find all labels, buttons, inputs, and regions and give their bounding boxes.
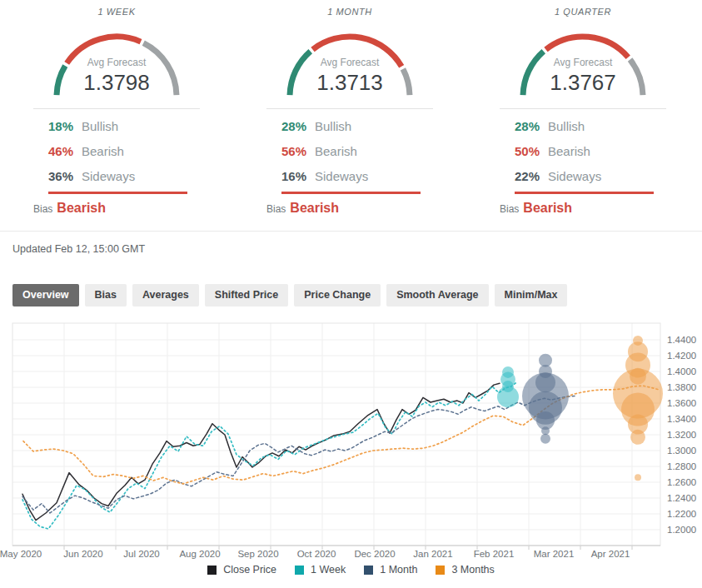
bias-row: BiasBearish [266,201,433,216]
divider [33,108,200,109]
bias-value: Bearish [290,201,339,215]
bearish-pct: 56% [281,139,315,164]
legend-label: 1 Week [311,564,346,576]
one-month-swatch [364,566,373,575]
bias-value: Bearish [57,201,106,215]
bias-row: BiasBearish [33,201,200,216]
svg-text:Jun 2020: Jun 2020 [63,549,102,559]
tab-price-change[interactable]: Price Change [294,284,381,306]
divider [266,108,433,109]
gauge-1-week: Avg Forecast 1.3798 [33,25,200,98]
bullish-label: Bullish [315,119,351,133]
avg-forecast-label: Avg Forecast [500,57,666,68]
svg-text:Aug 2020: Aug 2020 [179,549,220,559]
sideways-pct: 36% [48,164,82,189]
tab-minim-max[interactable]: Minim/Max [495,284,568,306]
sideways-label: Sideways [548,169,601,183]
legend-label: 1 Month [380,564,417,576]
bullish-pct: 18% [48,114,82,139]
avg-forecast-label: Avg Forecast [33,57,200,68]
svg-text:Jan 2021: Jan 2021 [413,549,452,559]
svg-text:1.3400: 1.3400 [667,414,696,424]
legend-3-months[interactable]: 3 Months [436,564,494,576]
sideways-pct: 22% [515,164,548,189]
bias-underline [48,192,187,194]
chart-legend: Close Price 1 Week 1 Month 3 Months [0,564,702,576]
three-months-swatch [436,566,445,575]
svg-text:1.2000: 1.2000 [667,525,696,535]
sentiment-rows: 18%Bullish 46%Bearish 36%Sideways [48,114,200,189]
svg-text:Oct 2020: Oct 2020 [297,549,336,559]
tab-smooth-average[interactable]: Smooth Average [386,284,488,306]
close-price-swatch [207,566,217,575]
legend-label: Close Price [223,564,276,576]
bearish-label: Bearish [548,144,590,158]
bias-label: Bias [266,203,286,215]
bearish-pct: 50% [515,139,548,164]
bearish-label: Bearish [82,144,124,158]
tab-overview[interactable]: Overview [12,284,79,306]
forecast-panels: 1 WEEK Avg Forecast 1.3798 18%Bullish 46… [0,0,702,232]
sideways-label: Sideways [82,169,135,183]
svg-text:1.3800: 1.3800 [667,382,696,392]
avg-forecast-value: 1.3798 [33,70,200,96]
svg-text:Mar 2021: Mar 2021 [534,549,575,559]
bearish-pct: 46% [48,139,82,164]
sideways-row: 36%Sideways [48,164,200,189]
svg-text:1.2600: 1.2600 [667,477,696,487]
chart-canvas[interactable]: 1.44001.42001.40001.38001.36001.34001.32… [0,321,702,559]
panel-title: 1 WEEK [33,5,200,18]
sideways-row: 22%Sideways [515,164,666,189]
svg-text:1.3600: 1.3600 [667,398,696,408]
legend-1-month[interactable]: 1 Month [364,564,417,576]
gauge-1-month: Avg Forecast 1.3713 [266,25,433,98]
one-week-swatch [295,566,304,575]
tab-averages[interactable]: Averages [132,284,199,306]
svg-text:1.3000: 1.3000 [667,446,696,456]
avg-forecast-value: 1.3767 [500,70,666,96]
bullish-pct: 28% [281,114,315,139]
panel-title: 1 QUARTER [500,5,666,18]
svg-text:1.4200: 1.4200 [667,351,696,361]
bias-label: Bias [33,203,52,215]
bearish-row: 50%Bearish [515,139,666,164]
bullish-label: Bullish [82,119,118,133]
bullish-row: 28%Bullish [281,114,433,139]
chart-tabs: Overview Bias Averages Shifted Price Pri… [12,284,702,306]
legend-close-price[interactable]: Close Price [207,564,276,576]
svg-text:1.2200: 1.2200 [667,509,696,519]
svg-text:May 2020: May 2020 [0,549,42,559]
gauge-1-quarter: Avg Forecast 1.3767 [500,25,666,98]
tab-bias[interactable]: Bias [85,284,127,306]
sentiment-rows: 28%Bullish 50%Bearish 22%Sideways [515,114,666,189]
svg-text:1.2800: 1.2800 [667,461,696,471]
bullish-row: 18%Bullish [48,114,200,139]
svg-text:1.3200: 1.3200 [667,430,696,440]
bullish-label: Bullish [548,119,585,133]
svg-text:Apr 2021: Apr 2021 [591,549,630,559]
legend-1-week[interactable]: 1 Week [295,564,346,576]
updated-timestamp: Updated Feb 12, 15:00 GMT [12,243,702,255]
bias-row: BiasBearish [500,201,666,216]
bias-value: Bearish [523,201,572,215]
legend-label: 3 Months [451,564,494,576]
bias-label: Bias [500,203,519,215]
bias-underline [515,192,654,194]
svg-text:Jul 2020: Jul 2020 [123,549,159,559]
bullish-pct: 28% [515,114,548,139]
avg-forecast-label: Avg Forecast [266,57,433,68]
sideways-pct: 16% [281,164,315,189]
svg-text:1.2400: 1.2400 [667,493,696,503]
panel-title: 1 MONTH [266,5,433,18]
divider [500,108,666,109]
bullish-row: 28%Bullish [515,114,666,139]
bias-underline [281,192,421,194]
svg-text:Feb 2021: Feb 2021 [474,549,515,559]
tab-shifted-price[interactable]: Shifted Price [205,284,288,306]
svg-text:Sep 2020: Sep 2020 [237,549,278,559]
sentiment-rows: 28%Bullish 56%Bearish 16%Sideways [281,114,433,189]
sideways-row: 16%Sideways [281,164,433,189]
forecast-chart[interactable]: 1.44001.42001.40001.38001.36001.34001.32… [0,321,702,559]
bearish-label: Bearish [315,144,357,158]
forecast-panel-1-week: 1 WEEK Avg Forecast 1.3798 18%Bullish 46… [33,5,200,216]
